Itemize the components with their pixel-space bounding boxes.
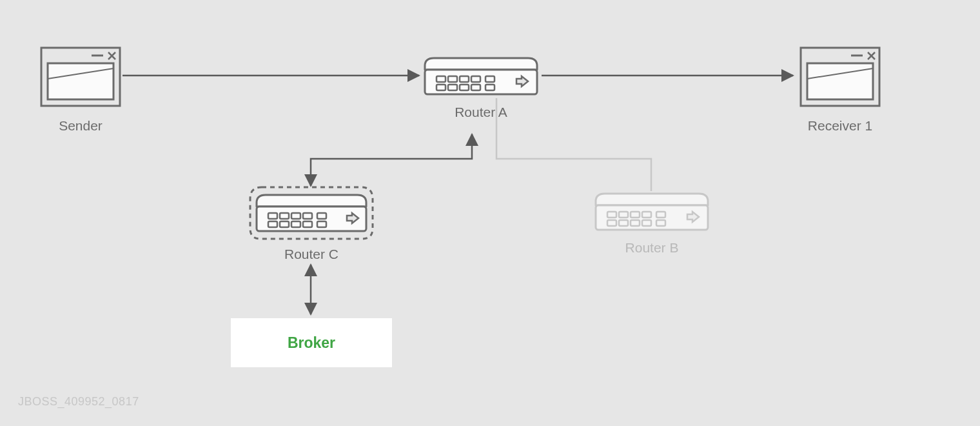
receiver1-label: Receiver 1	[799, 118, 881, 134]
svg-rect-7	[807, 63, 873, 99]
sender-icon	[40, 46, 121, 107]
routerA-label: Router A	[422, 105, 540, 120]
svg-rect-1	[48, 63, 113, 99]
broker-label: Broker	[288, 334, 335, 352]
edge-routerA-routerC	[311, 134, 472, 186]
routerC-label: Router C	[248, 247, 375, 262]
diagram-canvas: Sender Receiver 1 Rou	[0, 0, 980, 426]
routerB-icon	[593, 191, 710, 232]
routerB-label: Router B	[593, 240, 710, 256]
receiver1-icon	[799, 46, 881, 107]
routerC-icon	[248, 185, 375, 241]
broker-box: Broker	[231, 318, 392, 367]
routerA-icon	[422, 56, 540, 97]
sender-label: Sender	[40, 118, 121, 134]
footer-code: JBOSS_409952_0817	[18, 395, 139, 409]
